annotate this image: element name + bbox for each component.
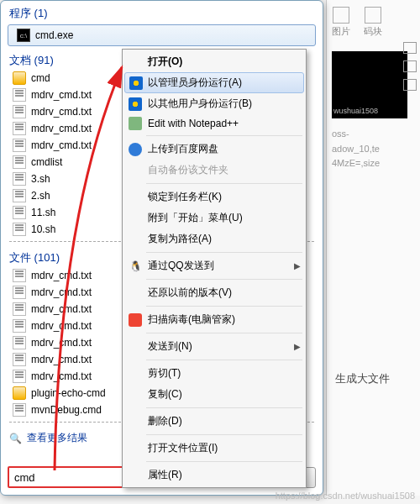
file-icon [13, 319, 26, 333]
file-icon [13, 172, 26, 186]
file-icon [13, 336, 26, 349]
cmd-icon: c:\ [17, 29, 30, 42]
file-icon [13, 370, 26, 383]
menu-restore-version[interactable]: 还原以前的版本(V) [124, 282, 304, 303]
item-label: mdrv_cmd.txt [31, 270, 92, 281]
menu-run-as-other[interactable]: 以其他用户身份运行(B) [124, 93, 304, 114]
item-label: mdrv_cmd.txt [31, 106, 92, 118]
menu-run-as-admin[interactable]: 以管理员身份运行(A) [124, 72, 304, 93]
item-label: 10.sh [31, 223, 55, 235]
item-label: mdrv_cmd.txt [31, 337, 92, 349]
side-icon-1[interactable] [403, 42, 417, 54]
file-icon [13, 189, 26, 202]
editor-pane: 图片 码块 wushuai1508 oss- adow_10,te 4MzE=,… [326, 0, 420, 496]
item-label: mdrv_cmd.txt [31, 139, 92, 151]
guard-icon [129, 313, 142, 327]
file-icon [13, 122, 26, 135]
section-programs: 程序 (1) [1, 1, 323, 23]
file-icon [13, 302, 26, 316]
menu-properties[interactable]: 属性(R) [124, 465, 304, 486]
menu-scan-virus[interactable]: 扫描病毒(电脑管家) [124, 309, 304, 330]
menu-auto-backup: 自动备份该文件夹 [124, 160, 304, 181]
file-icon [13, 139, 26, 152]
menu-upload-baidu[interactable]: 上传到百度网盘 [124, 139, 304, 160]
side-icon-2[interactable] [403, 60, 417, 72]
item-label: mdrv_cmd.txt [31, 303, 92, 315]
file-icon [13, 286, 26, 299]
generate-file-label: 生成大文件 [335, 371, 390, 386]
file-icon [13, 88, 26, 102]
menu-open-location[interactable]: 打开文件位置(I) [124, 438, 304, 459]
item-label: 3.sh [31, 173, 50, 185]
item-label: 11.sh [31, 207, 55, 218]
baidu-icon [129, 143, 142, 156]
side-icon-3[interactable] [403, 79, 417, 91]
chevron-right-icon: ▶ [294, 342, 301, 351]
item-label: mdrv_cmd.txt [31, 354, 92, 365]
file-icon [13, 105, 26, 118]
qq-icon: 🐧 [129, 260, 142, 273]
file-icon [13, 353, 26, 366]
shield-icon [129, 97, 142, 111]
caption-text: oss- adow_10,te 4MzE=,size [327, 125, 420, 173]
menu-delete[interactable]: 删除(D) [124, 411, 304, 432]
item-label: mdrv_cmd.txt [31, 123, 92, 134]
file-icon [13, 155, 26, 169]
program-name: cmd.exe [35, 29, 73, 41]
item-label: mdrv_cmd.txt [31, 286, 92, 298]
notepadpp-icon [129, 117, 142, 130]
toolbar-code[interactable]: 码块 [364, 7, 382, 38]
item-label: mdrv_cmd.txt [31, 89, 92, 101]
item-label: mdrv_cmd.txt [31, 370, 92, 382]
file-icon [13, 403, 26, 417]
folder-icon [13, 71, 26, 85]
watermark: https://blog.csdn.net/wushuai1508 [276, 491, 415, 501]
file-icon [13, 206, 26, 219]
file-icon [13, 269, 26, 282]
menu-cut[interactable]: 剪切(T) [124, 363, 304, 384]
folder-icon [13, 386, 26, 400]
toolbar-image[interactable]: 图片 [332, 7, 350, 38]
menu-send-qq[interactable]: 🐧 通过QQ发送到▶ [124, 255, 304, 276]
shield-icon [129, 76, 143, 90]
menu-pin-taskbar[interactable]: 锁定到任务栏(K) [124, 186, 304, 207]
menu-send-to[interactable]: 发送到(N)▶ [124, 336, 304, 357]
item-label: 2.sh [31, 190, 50, 202]
program-result-cmd[interactable]: c:\ cmd.exe [8, 24, 316, 46]
item-label: cmdlist [31, 156, 62, 168]
menu-pin-start[interactable]: 附到「开始」菜单(U) [124, 207, 304, 228]
search-icon: 🔍 [9, 433, 22, 444]
item-label: plugin-echo-cmd [31, 387, 106, 399]
context-menu: 打开(O) 以管理员身份运行(A) 以其他用户身份运行(B) Edit with… [122, 49, 307, 488]
menu-copy[interactable]: 复制(C) [124, 384, 304, 405]
item-label: mdrv_cmd.txt [31, 320, 92, 332]
item-label: mvnDebug.cmd [31, 404, 102, 416]
thumbnail: wushuai1508 [332, 51, 407, 118]
menu-copy-path[interactable]: 复制为路径(A) [124, 228, 304, 249]
chevron-right-icon: ▶ [294, 261, 301, 270]
menu-edit-notepadpp[interactable]: Edit with Notepad++ [124, 114, 304, 133]
item-label: cmd [31, 72, 50, 84]
file-icon [13, 223, 26, 236]
menu-open[interactable]: 打开(O) [124, 51, 304, 72]
